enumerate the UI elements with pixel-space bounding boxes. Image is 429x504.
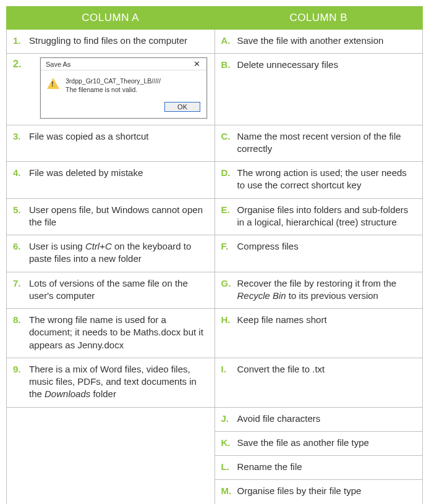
- marker: K.: [221, 437, 237, 449]
- col-b-item: K. Save the file as another file type: [215, 432, 423, 455]
- col-a-item: 9. There is a mix of Word files, video f…: [7, 358, 214, 407]
- text: Avoid file characters: [237, 413, 417, 425]
- matching-table: COLUMN A COLUMN B 1. Struggling to find …: [6, 6, 423, 504]
- text: Lots of versions of the same file on the…: [29, 277, 208, 303]
- text: Organise files by their file type: [237, 485, 417, 497]
- col-a-item: 4. File was deleted by mistake: [7, 162, 214, 185]
- marker: 5.: [13, 204, 29, 229]
- col-a-item: 2. Save As ✕ 3rdpp_Gr10_CAT_Theory_LB///…: [7, 54, 214, 124]
- col-b-item: I. Convert the file to .txt: [215, 358, 423, 382]
- marker: 8.: [13, 314, 29, 351]
- text: Delete unnecessary files: [237, 59, 417, 71]
- col-b-item: F. Compress files: [215, 235, 423, 259]
- marker: C.: [221, 130, 237, 156]
- col-a-item: 8. The wrong file name is used for a doc…: [7, 309, 214, 358]
- close-icon: ✕: [191, 60, 203, 68]
- text: The wrong file name is used for a docume…: [29, 314, 208, 351]
- marker: 6.: [13, 240, 29, 266]
- marker: A.: [221, 35, 237, 47]
- dialog-line2: The filename is not valid.: [66, 85, 161, 94]
- dialog-line1: 3rdpp_Gr10_CAT_Theory_LB/////: [66, 77, 161, 85]
- marker: 9.: [13, 363, 29, 401]
- marker: H.: [221, 314, 237, 326]
- header-col-b: COLUMN B: [214, 7, 423, 30]
- col-a-item: 7. Lots of versions of the same file on …: [7, 272, 214, 309]
- text: The wrong action is used; the user needs…: [237, 167, 417, 192]
- text: There is a mix of Word files, video file…: [29, 363, 208, 401]
- dialog-title: Save As: [46, 61, 70, 68]
- col-b-item: L. Rename the file: [215, 456, 423, 479]
- marker: M.: [221, 485, 237, 497]
- col-b-item: A. Save the file with another extension: [215, 30, 423, 53]
- col-b-item: E. Organise files into folders and sub-f…: [215, 199, 423, 235]
- col-b-item: H. Keep file names short: [215, 309, 423, 332]
- text: Convert the file to .txt: [237, 363, 417, 376]
- marker: 2.: [7, 54, 23, 124]
- text: Save the file with another extension: [237, 35, 417, 47]
- col-b-item: G. Recover the file by restoring it from…: [215, 272, 423, 309]
- marker: 4.: [13, 167, 29, 179]
- text: Organise files into folders and sub-fold…: [237, 204, 417, 229]
- text: Rename the file: [237, 461, 417, 473]
- header-col-a: COLUMN A: [7, 7, 215, 30]
- warning-icon: [47, 78, 59, 89]
- text: Keep file names short: [237, 314, 417, 326]
- col-a-item: 6. User is using Ctrl+C on the keyboard …: [7, 235, 214, 272]
- marker: 7.: [13, 277, 29, 303]
- col-b-item: J. Avoid file characters: [215, 408, 423, 431]
- text: Compress files: [237, 240, 417, 253]
- col-a-item: 1. Struggling to find files on the compu…: [7, 30, 214, 53]
- marker: F.: [221, 240, 237, 253]
- marker: I.: [221, 363, 237, 376]
- save-as-dialog: Save As ✕ 3rdpp_Gr10_CAT_Theory_LB///// …: [40, 57, 207, 118]
- col-a-item: 5. User opens file, but Windows cannot o…: [7, 199, 214, 235]
- col-b-item: B. Delete unnecessary files: [215, 54, 423, 77]
- ok-button: OK: [164, 102, 200, 112]
- marker: 1.: [13, 35, 29, 47]
- col-a-item: 3. File was copied as a shortcut: [7, 125, 214, 149]
- text: User opens file, but Windows cannot open…: [29, 204, 208, 229]
- col-b-item: M. Organise files by their file type: [215, 480, 423, 503]
- col-b-item: C. Name the most recent version of the f…: [215, 125, 423, 162]
- marker: E.: [221, 204, 237, 229]
- marker: B.: [221, 59, 237, 71]
- text: File was copied as a shortcut: [29, 130, 208, 143]
- col-b-item: D. The wrong action is used; the user ne…: [215, 162, 423, 198]
- text: User is using Ctrl+C on the keyboard to …: [29, 240, 208, 266]
- dialog-screenshot: Save As ✕ 3rdpp_Gr10_CAT_Theory_LB///// …: [23, 54, 210, 124]
- text: Save the file as another file type: [237, 437, 417, 449]
- marker: 3.: [13, 130, 29, 143]
- text: Name the most recent version of the file…: [237, 130, 417, 156]
- text: Struggling to find files on the computer: [29, 35, 208, 47]
- text: Recover the file by restoring it from th…: [237, 277, 417, 303]
- marker: J.: [221, 413, 237, 425]
- text: File was deleted by mistake: [29, 167, 208, 179]
- marker: D.: [221, 167, 237, 192]
- marker: L.: [221, 461, 237, 473]
- marker: G.: [221, 277, 237, 303]
